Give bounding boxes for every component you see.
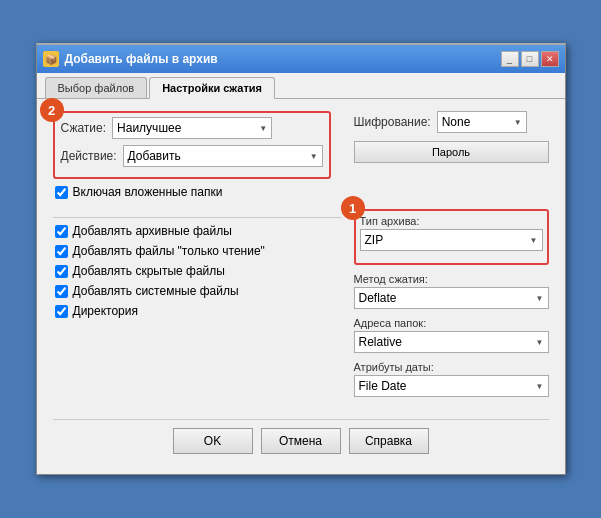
- archive-files-row: Добавлять архивные файлы: [53, 224, 342, 238]
- right-column: 1 Тип архива: ZIP ▼ Метод сжатия: Deflat…: [354, 209, 549, 405]
- ok-button[interactable]: OK: [173, 428, 253, 454]
- hidden-files-label: Добавлять скрытые файлы: [73, 264, 225, 278]
- help-button[interactable]: Справка: [349, 428, 429, 454]
- bottom-buttons: OK Отмена Справка: [53, 419, 549, 462]
- include-nested-checkbox[interactable]: [55, 186, 68, 199]
- password-button[interactable]: Пароль: [354, 141, 549, 163]
- system-files-label: Добавлять системные файлы: [73, 284, 239, 298]
- folder-paths-arrow-icon: ▼: [536, 338, 544, 347]
- archive-type-arrow-icon: ▼: [530, 236, 538, 245]
- system-files-checkbox[interactable]: [55, 285, 68, 298]
- window-icon: 📦: [43, 51, 59, 67]
- badge-2: 2: [40, 98, 64, 122]
- action-row: Действие: Добавить ▼: [61, 145, 323, 167]
- directory-row: Директория: [53, 304, 342, 318]
- compression-value: Наилучшее: [117, 121, 181, 135]
- left-column: Добавлять архивные файлы Добавлять файлы…: [53, 209, 342, 405]
- archive-type-select[interactable]: ZIP ▼: [360, 229, 543, 251]
- title-buttons: _ □ ✕: [501, 51, 559, 67]
- action-label: Действие:: [61, 149, 117, 163]
- archive-files-checkbox[interactable]: [55, 225, 68, 238]
- title-bar: 📦 Добавить файлы в архив _ □ ✕: [37, 45, 565, 73]
- compression-arrow-icon: ▼: [259, 124, 267, 133]
- include-nested-row: Включая вложенные папки: [53, 185, 342, 199]
- compression-method-select[interactable]: Deflate ▼: [354, 287, 549, 309]
- compression-method-value: Deflate: [359, 291, 397, 305]
- readonly-files-checkbox[interactable]: [55, 245, 68, 258]
- action-arrow-icon: ▼: [310, 152, 318, 161]
- right-panel: Шифрование: None ▼ Пароль: [354, 111, 549, 171]
- readonly-files-label: Добавлять файлы "только чтение": [73, 244, 265, 258]
- close-button[interactable]: ✕: [541, 51, 559, 67]
- archive-type-value: ZIP: [365, 233, 384, 247]
- encryption-value: None: [442, 115, 471, 129]
- compression-label: Сжатие:: [61, 121, 107, 135]
- system-files-row: Добавлять системные файлы: [53, 284, 342, 298]
- two-column-section: Добавлять архивные файлы Добавлять файлы…: [53, 209, 549, 405]
- badge-1: 1: [341, 196, 365, 220]
- minimize-button[interactable]: _: [501, 51, 519, 67]
- readonly-files-row: Добавлять файлы "только чтение": [53, 244, 342, 258]
- tab-compression-settings[interactable]: Настройки сжатия: [149, 77, 275, 99]
- cancel-button[interactable]: Отмена: [261, 428, 341, 454]
- encryption-label: Шифрование:: [354, 115, 431, 129]
- include-nested-label: Включая вложенные папки: [73, 185, 223, 199]
- compression-action-group: Сжатие: Наилучшее ▼ Действие: Добавить ▼: [53, 111, 331, 179]
- archive-files-label: Добавлять архивные файлы: [73, 224, 232, 238]
- divider: [53, 217, 342, 218]
- compression-row: Сжатие: Наилучшее ▼: [61, 117, 323, 139]
- window-title: Добавить файлы в архив: [65, 52, 218, 66]
- main-window: 📦 Добавить файлы в архив _ □ ✕ Выбор фай…: [36, 43, 566, 475]
- directory-checkbox[interactable]: [55, 305, 68, 318]
- hidden-files-checkbox[interactable]: [55, 265, 68, 278]
- tab-file-select[interactable]: Выбор файлов: [45, 77, 148, 98]
- hidden-files-row: Добавлять скрытые файлы: [53, 264, 342, 278]
- compression-method-label: Метод сжатия:: [354, 273, 549, 285]
- folder-paths-value: Relative: [359, 335, 402, 349]
- action-select[interactable]: Добавить ▼: [123, 145, 323, 167]
- maximize-button[interactable]: □: [521, 51, 539, 67]
- archive-type-label: Тип архива:: [360, 215, 543, 227]
- compression-method-arrow-icon: ▼: [536, 294, 544, 303]
- content-area: 2 Сжатие: Наилучшее ▼ Действие:: [37, 99, 565, 474]
- directory-label: Директория: [73, 304, 138, 318]
- encryption-select[interactable]: None ▼: [437, 111, 527, 133]
- folder-paths-label: Адреса папок:: [354, 317, 549, 329]
- date-attr-value: File Date: [359, 379, 407, 393]
- action-value: Добавить: [128, 149, 181, 163]
- folder-paths-select[interactable]: Relative ▼: [354, 331, 549, 353]
- encryption-row: Шифрование: None ▼: [354, 111, 549, 133]
- date-attr-arrow-icon: ▼: [536, 382, 544, 391]
- compression-select[interactable]: Наилучшее ▼: [112, 117, 272, 139]
- title-bar-left: 📦 Добавить файлы в архив: [43, 51, 218, 67]
- date-attr-select[interactable]: File Date ▼: [354, 375, 549, 397]
- archive-type-box: Тип архива: ZIP ▼: [354, 209, 549, 265]
- tabs-bar: Выбор файлов Настройки сжатия: [37, 73, 565, 99]
- encryption-arrow-icon: ▼: [514, 118, 522, 127]
- date-attr-label: Атрибуты даты:: [354, 361, 549, 373]
